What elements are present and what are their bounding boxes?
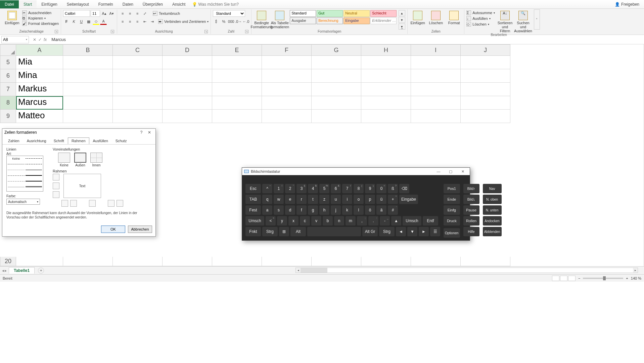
- border-top-button[interactable]: [53, 174, 59, 180]
- column-header-D[interactable]: D: [163, 44, 212, 56]
- delete-cells-button[interactable]: Löschen: [428, 10, 444, 25]
- key-i[interactable]: i: [342, 195, 352, 204]
- cell-C6[interactable]: [113, 69, 163, 83]
- key-Alt Gr[interactable]: Alt Gr: [362, 227, 378, 236]
- sheet-nav-first[interactable]: ◂: [2, 268, 4, 273]
- cell-B6[interactable]: [63, 69, 113, 83]
- key-u[interactable]: u: [331, 195, 341, 204]
- preset-inside-button[interactable]: Innen: [90, 153, 102, 167]
- key-y[interactable]: y: [277, 216, 287, 226]
- cell-D7[interactable]: [163, 83, 212, 96]
- formula-input[interactable]: Marcus: [49, 37, 644, 42]
- paste-button[interactable]: Einfügen: [4, 10, 20, 25]
- key-h[interactable]: h: [319, 205, 329, 215]
- key-Umsch[interactable]: Umsch: [403, 216, 421, 226]
- row-header-7[interactable]: 7: [0, 83, 16, 96]
- tab-pagelayout[interactable]: Seitenlayout: [62, 0, 94, 8]
- key-8[interactable]: 8(: [354, 184, 364, 193]
- clear-button[interactable]: ◇Löschen ▾: [466, 22, 495, 27]
- border-left-button[interactable]: [70, 200, 77, 207]
- clipboard-dialog-launcher[interactable]: ↘: [55, 30, 58, 33]
- key-Alt[interactable]: Alt: [290, 227, 306, 236]
- cell-F6[interactable]: [262, 69, 312, 83]
- key-k[interactable]: k: [342, 205, 352, 215]
- key-4[interactable]: 4$: [308, 184, 318, 193]
- cell-F5[interactable]: [262, 56, 312, 69]
- cell-G9[interactable]: [312, 110, 361, 123]
- key-N. oben[interactable]: N. oben: [483, 195, 502, 204]
- osk-close-button[interactable]: ✕: [458, 169, 468, 174]
- style-scroll-up[interactable]: ▴: [399, 10, 405, 16]
- key-N. unten[interactable]: N. unten: [483, 205, 502, 215]
- key-Fnkt[interactable]: Fnkt: [245, 227, 261, 236]
- cell-D5[interactable]: [163, 56, 212, 69]
- key-,[interactable]: ,;: [357, 216, 367, 226]
- key-ä[interactable]: ä: [376, 205, 386, 215]
- key-z[interactable]: z: [319, 195, 329, 204]
- key-0[interactable]: 0=: [376, 184, 386, 193]
- align-right-button[interactable]: ≡: [134, 18, 141, 25]
- preset-outline-button[interactable]: Außen: [74, 153, 86, 167]
- key-Umsch[interactable]: Umsch: [245, 216, 264, 226]
- tab-formulas[interactable]: Formeln: [94, 0, 118, 8]
- border-diag-up-button[interactable]: [61, 200, 68, 207]
- column-header-B[interactable]: B: [63, 44, 113, 56]
- dialog-tab-font[interactable]: Schrift: [50, 137, 68, 144]
- border-color-select[interactable]: Automatisch▾: [6, 199, 40, 205]
- tab-start[interactable]: Start: [19, 0, 37, 8]
- key-c[interactable]: c: [300, 216, 310, 226]
- cell-styles-gallery[interactable]: StandardGutNeutralSchlechtAusgabeBerechn…: [290, 10, 397, 24]
- key-Druck[interactable]: Druck: [444, 216, 460, 226]
- key-Strg[interactable]: Strg: [262, 227, 278, 236]
- cell-style-ausgabe[interactable]: Ausgabe: [290, 17, 316, 24]
- dialog-tab-alignment[interactable]: Ausrichtung: [23, 137, 50, 144]
- cell-H9[interactable]: [361, 110, 411, 123]
- key-Andocken[interactable]: Andocken: [483, 216, 502, 226]
- cell-G6[interactable]: [312, 69, 361, 83]
- cell-I5[interactable]: [411, 56, 461, 69]
- cell-E5[interactable]: [212, 56, 262, 69]
- key-b[interactable]: b: [323, 216, 333, 226]
- tab-data[interactable]: Daten: [118, 0, 138, 8]
- font-size-select[interactable]: [91, 10, 100, 17]
- horizontal-scrollbar[interactable]: ◂ ▸: [295, 268, 638, 273]
- key-d[interactable]: d: [285, 205, 295, 215]
- key-⌫[interactable]: ⌫: [399, 184, 409, 193]
- fx-icon[interactable]: fx: [44, 37, 47, 42]
- cell-J9[interactable]: [461, 110, 510, 123]
- fill-color-button[interactable]: ◇: [93, 18, 99, 25]
- cell-E6[interactable]: [212, 69, 262, 83]
- key-Esc[interactable]: Esc: [245, 184, 261, 193]
- tab-review[interactable]: Überprüfen: [138, 0, 168, 8]
- cell-style-berechnung[interactable]: Berechnung: [317, 17, 343, 24]
- view-normal-button[interactable]: [552, 276, 559, 281]
- grow-font-button[interactable]: A▴: [101, 10, 107, 17]
- key-n[interactable]: n: [334, 216, 344, 226]
- cell-I7[interactable]: [411, 83, 461, 96]
- dialog-tab-border[interactable]: Rahmen: [68, 137, 89, 144]
- cell-B7[interactable]: [63, 83, 113, 96]
- key-w[interactable]: w: [274, 195, 284, 204]
- view-pagelayout-button[interactable]: [560, 276, 567, 281]
- tab-insert[interactable]: Einfügen: [37, 0, 62, 8]
- cell-J7[interactable]: [461, 83, 510, 96]
- cell-D8[interactable]: [163, 96, 212, 110]
- font-name-select[interactable]: [63, 10, 90, 17]
- cancel-formula-icon[interactable]: ✕: [33, 37, 36, 42]
- key-Ende[interactable]: Ende: [444, 195, 460, 204]
- key-◄[interactable]: ◄: [396, 227, 406, 236]
- cut-button[interactable]: ✂Ausschneiden: [22, 10, 59, 15]
- key-Fest[interactable]: Fest: [245, 205, 261, 215]
- italic-button[interactable]: K: [71, 18, 77, 25]
- font-color-button[interactable]: A: [100, 18, 107, 25]
- cell-F8[interactable]: [262, 96, 312, 110]
- number-dialog-launcher[interactable]: ↘: [245, 30, 248, 33]
- cell-I6[interactable]: [411, 69, 461, 83]
- cell-D9[interactable]: [163, 110, 212, 123]
- cell-C8[interactable]: [113, 96, 163, 110]
- key-Bild↓[interactable]: Bild↓: [463, 195, 479, 204]
- cell-H5[interactable]: [361, 56, 411, 69]
- copy-button[interactable]: ⧉Kopieren ▾: [22, 15, 59, 21]
- key--[interactable]: -_: [380, 216, 390, 226]
- key-6[interactable]: 6&: [331, 184, 341, 193]
